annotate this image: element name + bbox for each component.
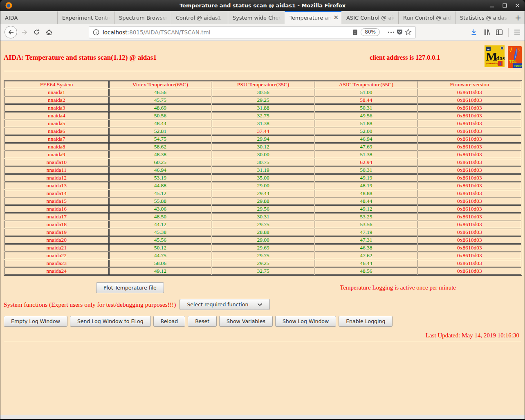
- home-icon[interactable]: [45, 29, 53, 36]
- cell-system: nnaida1: [4, 89, 109, 96]
- cell-asic: 62.94: [315, 159, 417, 166]
- cell-firmware: 0x8610d03: [418, 166, 521, 174]
- cell-virtex: 43.06: [109, 205, 212, 213]
- cell-system: nnaida22: [4, 252, 109, 259]
- cell-system: nnaida10: [4, 159, 109, 166]
- url-text[interactable]: localhost:8015/AIDA/TSCAN/TSCAN.tml: [103, 29, 352, 36]
- minimize-button[interactable]: [490, 3, 494, 8]
- url-path: :8015/AIDA/TSCAN/TSCAN.tml: [128, 29, 211, 36]
- site-info-icon[interactable]: [93, 29, 99, 36]
- enable-logging-button[interactable]: Enable Logging: [339, 316, 393, 327]
- cell-asic: 52.00: [315, 128, 417, 135]
- cell-psu: 30.56: [212, 89, 314, 96]
- function-select-dropdown[interactable]: Select required function: [179, 299, 270, 310]
- tab-run-control[interactable]: Run Control @ aid: [398, 11, 455, 24]
- cell-asic: 48.44: [315, 198, 417, 205]
- cell-virtex: 45.75: [109, 97, 212, 104]
- tab-system-wide-checks[interactable]: System wide Check: [228, 11, 285, 24]
- cell-firmware: 0x8610d03: [418, 190, 521, 197]
- reload-button[interactable]: Reload: [153, 316, 186, 327]
- tab-control-aidas1[interactable]: Control @ aidas1: [171, 11, 228, 24]
- cell-firmware: 0x8610d03: [418, 213, 521, 220]
- tab-experiment-control[interactable]: Experiment Control: [57, 11, 114, 24]
- cell-firmware: 0x8610d03: [418, 182, 521, 189]
- header-divider: [4, 71, 521, 71]
- cell-system: nnaida14: [4, 190, 109, 197]
- cell-system: nnaida21: [4, 244, 109, 252]
- browser-window: Temperature and status scan @ aidas1 - M…: [0, 0, 525, 420]
- show-log-window-button[interactable]: Show Log Window: [275, 316, 336, 327]
- bookmark-star-icon[interactable]: [405, 29, 412, 36]
- cell-firmware: 0x8610d03: [418, 221, 521, 228]
- empty-log-window-button[interactable]: Empty Log Window: [4, 316, 67, 327]
- show-variables-button[interactable]: Show Variables: [219, 316, 273, 327]
- cell-system: nnaida13: [4, 182, 109, 189]
- cell-virtex: 48.44: [109, 120, 212, 127]
- cell-firmware: 0x8610d03: [418, 252, 521, 259]
- cell-asic: 47.19: [315, 229, 417, 236]
- cell-asic: 50.31: [315, 166, 417, 174]
- tab-aida[interactable]: AIDA: [0, 11, 57, 24]
- forward-button[interactable]: [21, 29, 28, 35]
- svg-text:idas: idas: [494, 55, 505, 61]
- midas-logo: M idas powered by: [485, 45, 505, 67]
- column-header: ASIC Temperature(55C): [315, 81, 417, 88]
- temperature-table-body: nnaida146.5630.5651.000x8610d03nnaida245…: [4, 89, 521, 275]
- zoom-level-button[interactable]: 80%: [361, 28, 380, 36]
- table-row: nnaida858.6230.1247.690x8610d03: [4, 143, 521, 150]
- plot-temperature-button[interactable]: Plot Temperature file: [96, 282, 164, 293]
- table-row: nnaida1555.8829.8848.440x8610d03: [4, 198, 521, 205]
- system-functions-label: System functions (Expert users only for …: [4, 301, 176, 308]
- cell-virtex: 53.19: [109, 174, 212, 182]
- download-icon[interactable]: [470, 29, 478, 36]
- page-actions-icon[interactable]: [388, 31, 395, 34]
- cell-firmware: 0x8610d03: [418, 244, 521, 252]
- cell-system: nnaida23: [4, 260, 109, 267]
- cell-psu: 35.00: [212, 174, 314, 182]
- cell-asic: 46.44: [315, 260, 417, 267]
- reload-icon[interactable]: [33, 29, 40, 36]
- maximize-button[interactable]: [503, 3, 507, 8]
- new-tab-button[interactable]: +: [512, 11, 524, 24]
- tab-temperature-scan[interactable]: Temperature and✕: [285, 11, 341, 24]
- tab-label: AIDA: [5, 15, 54, 21]
- reader-mode-icon[interactable]: [352, 29, 358, 36]
- table-row: nnaida2358.0629.2546.440x8610d03: [4, 260, 521, 267]
- reset-button[interactable]: Reset: [188, 316, 217, 327]
- cell-psu: 30.12: [212, 143, 314, 150]
- cell-asic: 46.38: [315, 244, 417, 252]
- table-row: nnaida245.7529.2558.440x8610d03: [4, 97, 521, 104]
- cell-asic: 49.56: [315, 112, 417, 119]
- table-row: nnaida2449.1232.7548.560x8610d03: [4, 267, 521, 275]
- table-row: nnaida652.8137.4452.000x8610d03: [4, 128, 521, 135]
- url-bar[interactable]: localhost:8015/AIDA/TSCAN/TSCAN.tml 80%: [89, 26, 416, 38]
- cell-system: nnaida9: [4, 151, 109, 158]
- sidebar-icon[interactable]: [496, 29, 503, 36]
- library-icon[interactable]: [483, 29, 490, 36]
- cell-asic: 58.44: [315, 97, 417, 104]
- tab-statistics[interactable]: Statistics @ aidas: [455, 11, 512, 24]
- page-content: AIDA: Temperature and status scan(1.12) …: [0, 41, 525, 415]
- close-button[interactable]: [515, 3, 520, 8]
- cell-psu: 29.69: [212, 244, 314, 252]
- cell-psu: 29.25: [212, 97, 314, 104]
- cell-asic: 51.88: [315, 120, 417, 127]
- action-button-row: Empty Log WindowSend Log Window to ELogR…: [4, 316, 525, 327]
- table-row: nnaida1344.8829.0048.190x8610d03: [4, 182, 521, 189]
- pocket-icon[interactable]: [396, 29, 403, 36]
- table-row: nnaida548.4431.3851.880x8610d03: [4, 120, 521, 127]
- page-header: AIDA: Temperature and status scan(1.12) …: [0, 41, 525, 71]
- cell-psu: 31.38: [212, 120, 314, 127]
- back-button[interactable]: [4, 26, 17, 38]
- send-log-window-to-elog-button[interactable]: Send Log Window to ELog: [70, 316, 151, 327]
- menu-hamburger-icon[interactable]: [514, 29, 521, 35]
- tab-spectrum-browser[interactable]: Spectrum Browser: [114, 11, 171, 24]
- client-address-text: client address is 127.0.0.1: [370, 54, 440, 61]
- temperature-table: FEE64 SystemVirtex Temperature(65C)PSU T…: [4, 80, 522, 276]
- table-row: nnaida146.5630.5651.000x8610d03: [4, 89, 521, 96]
- tab-close-icon[interactable]: ✕: [333, 15, 339, 21]
- tab-asic-control[interactable]: ASIC Control @ aid: [341, 11, 398, 24]
- cell-psu: 29.00: [212, 182, 314, 189]
- cell-asic: 53.25: [315, 213, 417, 220]
- cell-psu: 29.25: [212, 260, 314, 267]
